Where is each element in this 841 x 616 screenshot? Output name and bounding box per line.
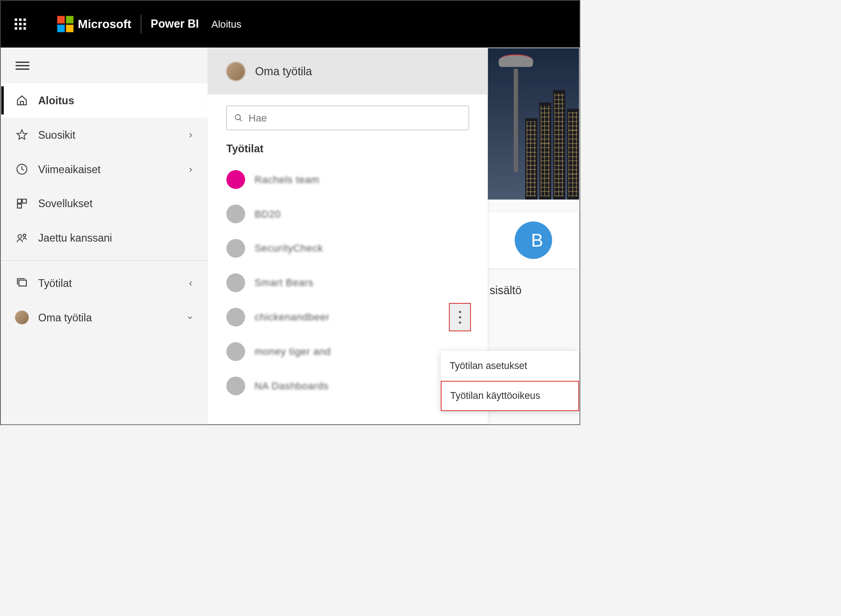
workspace-search[interactable] <box>227 106 469 130</box>
svg-point-8 <box>235 115 240 120</box>
clock-icon <box>15 162 29 176</box>
nav-shared[interactable]: Jaettu kanssani <box>1 221 208 255</box>
nav-label: Viimeaikaiset <box>38 163 101 175</box>
workspace-icon <box>227 377 245 395</box>
svg-rect-2 <box>17 199 21 203</box>
workspace-icon <box>227 308 245 326</box>
more-icon <box>459 311 461 324</box>
section-label: Työtilat <box>208 136 488 162</box>
app-launcher-icon[interactable] <box>14 19 26 30</box>
workspace-label: Smart Bears <box>255 277 314 289</box>
content-tile[interactable]: B <box>488 212 579 268</box>
page-title: Aloitus <box>211 18 241 30</box>
workspace-label: NA Dashboards <box>255 380 329 392</box>
workspace-label: Rachels team <box>255 174 319 185</box>
menu-workspace-settings[interactable]: Työtilan asetukset <box>441 351 579 381</box>
workspace-context-menu: Työtilan asetukset Työtilan käyttöoikeus <box>441 351 579 411</box>
nav-label: Suosikit <box>38 129 75 141</box>
svg-rect-4 <box>17 204 21 208</box>
hero-image <box>488 48 579 199</box>
nav-label: Aloitus <box>38 94 74 107</box>
workspace-item[interactable]: SecurityCheck <box>208 231 488 266</box>
tile-label: sisältö <box>488 268 579 297</box>
workspace-item[interactable]: chickenandbeer <box>208 300 488 335</box>
product-label: Power BI <box>151 18 199 31</box>
nav-label: Oma työtila <box>38 311 92 324</box>
tile-avatar: B <box>515 222 552 259</box>
workspace-icon <box>227 239 245 257</box>
microsoft-logo: Microsoft <box>57 16 131 32</box>
workspace-icon <box>227 273 245 292</box>
svg-rect-3 <box>22 199 26 203</box>
chevron-right-icon: › <box>189 129 192 141</box>
nav-recent[interactable]: Viimeaikaiset › <box>1 152 208 186</box>
workspace-icon <box>227 170 245 189</box>
svg-point-6 <box>23 234 26 237</box>
svg-point-5 <box>18 235 22 238</box>
nav-label: Työtilat <box>38 277 72 289</box>
workspace-item[interactable]: BD20 <box>208 197 488 231</box>
nav-apps[interactable]: Sovellukset <box>1 186 208 221</box>
hamburger-icon[interactable] <box>1 48 208 83</box>
more-options-button[interactable] <box>449 303 471 331</box>
search-input[interactable] <box>249 112 461 124</box>
workspace-label: SecurityCheck <box>255 243 323 254</box>
svg-marker-0 <box>17 130 27 139</box>
nav-my-workspace[interactable]: Oma työtila › <box>1 300 208 335</box>
workspace-icon <box>227 204 245 223</box>
workspace-label: chickenandbeer <box>255 311 330 323</box>
workspaces-icon <box>15 276 29 290</box>
avatar-icon <box>227 62 245 81</box>
menu-workspace-access[interactable]: Työtilan käyttöoikeus <box>441 381 579 411</box>
search-icon <box>234 113 243 122</box>
home-icon <box>15 93 29 107</box>
share-icon <box>15 231 29 245</box>
flyout-header[interactable]: Oma työtila <box>208 48 488 94</box>
chevron-right-icon: › <box>189 164 192 175</box>
workspace-label: money tiger and <box>255 346 331 358</box>
nav-favorites[interactable]: Suosikit › <box>1 117 208 152</box>
svg-rect-7 <box>19 280 26 286</box>
workspace-item[interactable]: Smart Bears <box>208 266 488 300</box>
workspace-icon <box>227 342 245 361</box>
svg-line-9 <box>240 119 242 121</box>
top-header: Microsoft Power BI Aloitus <box>0 0 580 48</box>
star-icon <box>15 128 29 141</box>
nav-label: Sovellukset <box>38 198 92 210</box>
nav-home[interactable]: Aloitus <box>1 83 208 118</box>
flyout-header-label: Oma työtila <box>255 65 312 78</box>
left-nav: Aloitus Suosikit › Viimeaikaiset › Sovel… <box>1 48 208 424</box>
divider <box>141 15 141 33</box>
workspace-item[interactable]: Rachels team <box>208 162 488 197</box>
nav-divider <box>1 260 208 261</box>
chevron-left-icon: ‹ <box>189 277 192 289</box>
nav-workspaces[interactable]: Työtilat ‹ <box>1 266 208 301</box>
avatar-icon <box>15 310 29 324</box>
brand-label: Microsoft <box>78 17 131 31</box>
chevron-down-icon: › <box>185 316 197 319</box>
nav-label: Jaettu kanssani <box>38 232 112 244</box>
workspace-label: BD20 <box>255 208 281 220</box>
apps-icon <box>15 197 29 210</box>
